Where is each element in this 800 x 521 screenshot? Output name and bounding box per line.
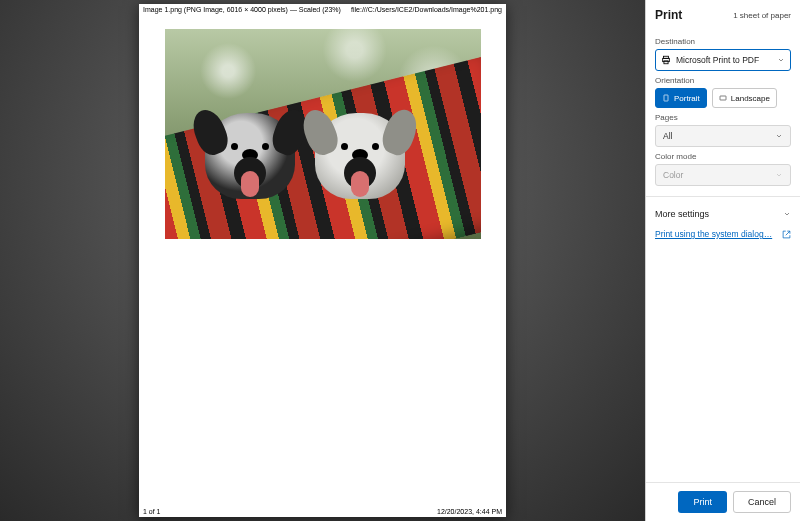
preview-page-body bbox=[139, 15, 506, 507]
color-mode-label: Color mode bbox=[655, 152, 791, 161]
pages-value: All bbox=[663, 131, 672, 141]
orientation-portrait-label: Portrait bbox=[674, 94, 700, 103]
preview-header-left: Image 1.png (PNG Image, 6016 × 4000 pixe… bbox=[143, 6, 341, 14]
system-dialog-row: Print using the system dialog… bbox=[655, 229, 791, 239]
destination-label: Destination bbox=[655, 37, 791, 46]
divider bbox=[646, 196, 800, 197]
pages-select[interactable]: All bbox=[655, 125, 791, 147]
destination-value: Microsoft Print to PDF bbox=[676, 55, 772, 65]
chevron-down-icon bbox=[783, 210, 791, 218]
portrait-icon bbox=[662, 93, 670, 103]
print-button[interactable]: Print bbox=[678, 491, 727, 513]
print-preview-region: Image 1.png (PNG Image, 6016 × 4000 pixe… bbox=[0, 0, 645, 521]
preview-footer-left: 1 of 1 bbox=[143, 508, 161, 515]
preview-footer-right: 12/20/2023, 4:44 PM bbox=[437, 508, 502, 515]
preview-photo bbox=[165, 29, 481, 239]
svg-rect-4 bbox=[720, 96, 726, 100]
more-settings-label: More settings bbox=[655, 209, 709, 219]
color-mode-value: Color bbox=[663, 170, 683, 180]
destination-select[interactable]: Microsoft Print to PDF bbox=[655, 49, 791, 71]
preview-header-right: file:///C:/Users/ICE2/Downloads/Image%20… bbox=[351, 6, 502, 14]
svg-rect-3 bbox=[664, 95, 668, 101]
panel-title: Print bbox=[655, 8, 682, 22]
panel-header: Print 1 sheet of paper bbox=[655, 8, 791, 22]
orientation-portrait-button[interactable]: Portrait bbox=[655, 88, 707, 108]
orientation-landscape-label: Landscape bbox=[731, 94, 770, 103]
orientation-group: Portrait Landscape bbox=[655, 88, 791, 108]
system-dialog-link[interactable]: Print using the system dialog… bbox=[655, 229, 772, 239]
printer-icon bbox=[661, 55, 671, 65]
cancel-button[interactable]: Cancel bbox=[733, 491, 791, 513]
panel-footer: Print Cancel bbox=[646, 482, 800, 513]
more-settings-toggle[interactable]: More settings bbox=[655, 207, 791, 221]
color-mode-select[interactable]: Color bbox=[655, 164, 791, 186]
orientation-label: Orientation bbox=[655, 76, 791, 85]
chevron-down-icon bbox=[775, 171, 783, 179]
preview-page-header: Image 1.png (PNG Image, 6016 × 4000 pixe… bbox=[139, 4, 506, 15]
preview-page: Image 1.png (PNG Image, 6016 × 4000 pixe… bbox=[139, 4, 506, 517]
pages-label: Pages bbox=[655, 113, 791, 122]
external-link-icon bbox=[782, 230, 791, 239]
sheet-count-label: 1 sheet of paper bbox=[733, 11, 791, 20]
chevron-down-icon bbox=[775, 132, 783, 140]
print-settings-panel: Print 1 sheet of paper Destination Micro… bbox=[645, 0, 800, 521]
chevron-down-icon bbox=[777, 56, 785, 64]
preview-page-footer: 1 of 1 12/20/2023, 4:44 PM bbox=[139, 507, 506, 517]
landscape-icon bbox=[719, 93, 727, 103]
orientation-landscape-button[interactable]: Landscape bbox=[712, 88, 777, 108]
